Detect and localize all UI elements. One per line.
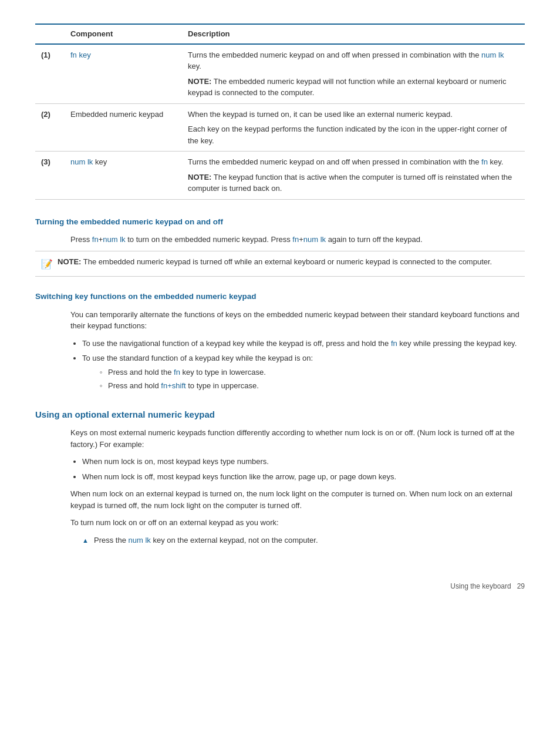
section3-para3: To turn num lock on or off on an externa… bbox=[70, 517, 525, 529]
note-text-1: The embedded numeric keypad will not fun… bbox=[188, 77, 506, 98]
list-item: Press the num lk key on the external key… bbox=[82, 535, 525, 546]
table-row: (1) fn key Turns the embedded numeric ke… bbox=[35, 44, 525, 104]
section1-para1: Press fn+num lk to turn on the embedded … bbox=[70, 234, 525, 246]
note-block-3: NOTE: The keypad function that is active… bbox=[188, 172, 519, 194]
section2-bullet-list: To use the navigational function of a ke… bbox=[82, 338, 525, 392]
fn-key-link[interactable]: fn key bbox=[70, 51, 91, 59]
section3-heading: Using an optional external numeric keypa… bbox=[35, 408, 525, 422]
section1-heading: Turning the embedded numeric keypad on a… bbox=[35, 216, 525, 228]
row-description: When the keypad is turned on, it can be … bbox=[182, 103, 525, 152]
section3-para1: Keys on most external numeric keypads fu… bbox=[70, 427, 525, 450]
fn-link-s2b[interactable]: fn bbox=[174, 368, 180, 377]
table-header-empty bbox=[35, 24, 65, 44]
num-lk-link-1[interactable]: num lk bbox=[481, 51, 504, 59]
note-callout-section1: 📝 NOTE: The embedded numeric keypad is t… bbox=[35, 251, 525, 277]
note-icon: 📝 bbox=[41, 257, 53, 271]
table-header-component: Component bbox=[65, 24, 182, 44]
note-block-1: NOTE: The embedded numeric keypad will n… bbox=[188, 76, 519, 99]
note-label-1: NOTE: bbox=[188, 77, 211, 86]
num-lk-link-s3[interactable]: num lk bbox=[129, 536, 151, 545]
fn-link-s1a[interactable]: fn bbox=[92, 235, 99, 244]
note-callout-text: NOTE: The embedded numeric keypad is tur… bbox=[58, 256, 492, 268]
section3-bullet-list: When num lock is on, most keypad keys ty… bbox=[82, 456, 525, 482]
list-item: Press and hold fn+shift to type in upper… bbox=[100, 380, 525, 392]
fn-link-s2a[interactable]: fn bbox=[391, 339, 397, 348]
sub-bullet-list: Press and hold the fn key to type in low… bbox=[100, 367, 525, 392]
list-item: To use the navigational function of a ke… bbox=[82, 338, 525, 350]
section2-heading: Switching key functions on the embedded … bbox=[35, 291, 525, 303]
list-item: When num lock is off, most keypad keys f… bbox=[82, 471, 525, 483]
desc-text-1: Turns the embedded numeric keypad on and… bbox=[188, 49, 519, 72]
section3-para2: When num lock on an external keypad is t… bbox=[70, 488, 525, 511]
row-description: Turns the embedded numeric keypad on and… bbox=[182, 44, 525, 104]
row-description: Turns the embedded numeric keypad on and… bbox=[182, 152, 525, 200]
desc-text-2b: Each key on the keypad performs the func… bbox=[188, 123, 519, 146]
note-callout-label: NOTE: bbox=[58, 257, 81, 266]
list-item: When num lock is on, most keypad keys ty… bbox=[82, 456, 525, 468]
page-footer: Using the keyboard 29 bbox=[35, 581, 525, 592]
row-component: Embedded numeric keypad bbox=[65, 103, 182, 152]
num-lk-link-s1b[interactable]: num lk bbox=[303, 235, 326, 244]
component-table: Component Description (1) fn key Turns t… bbox=[35, 23, 525, 200]
footer-text: Using the keyboard 29 bbox=[450, 581, 525, 592]
desc-text-3a: Turns the embedded numeric keypad on and… bbox=[188, 156, 519, 168]
section3-triangle-list: Press the num lk key on the external key… bbox=[82, 535, 525, 546]
note-label-3: NOTE: bbox=[188, 173, 211, 182]
fn-link-3[interactable]: fn bbox=[481, 157, 488, 166]
list-item: To use the standard function of a keypad… bbox=[82, 352, 525, 392]
table-row: (2) Embedded numeric keypad When the key… bbox=[35, 103, 525, 152]
num-lk-link-s1a[interactable]: num lk bbox=[103, 235, 125, 244]
row-component: fn key bbox=[65, 44, 182, 104]
num-lk-key-link[interactable]: num lk bbox=[70, 157, 93, 166]
note-text-3: The keypad function that is active when … bbox=[188, 173, 512, 193]
desc-text-2a: When the keypad is turned on, it can be … bbox=[188, 109, 519, 120]
table-row: (3) num lk key Turns the embedded numeri… bbox=[35, 152, 525, 200]
row-num: (2) bbox=[35, 103, 65, 152]
fn-shift-link[interactable]: fn+shift bbox=[161, 381, 185, 390]
fn-link-s1b[interactable]: fn bbox=[292, 235, 299, 244]
section2-para1: You can temporarily alternate the functi… bbox=[70, 309, 525, 332]
table-header-description: Description bbox=[182, 24, 525, 44]
row-component: num lk key bbox=[65, 152, 182, 200]
row-num: (1) bbox=[35, 44, 65, 104]
row-num: (3) bbox=[35, 152, 65, 200]
list-item: Press and hold the fn key to type in low… bbox=[100, 367, 525, 378]
embedded-keypad-label: Embedded numeric keypad bbox=[70, 110, 163, 119]
